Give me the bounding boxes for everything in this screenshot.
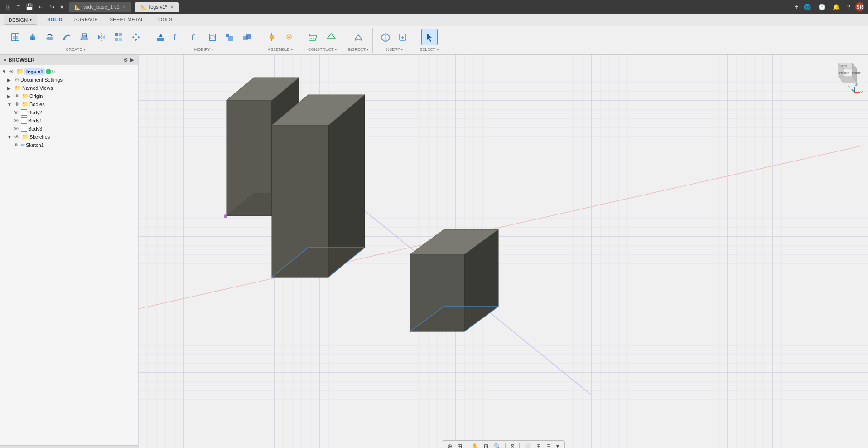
tree-expand-legs[interactable]: ▼ — [2, 69, 8, 74]
tab-sheet-metal[interactable]: SHEET METAL — [104, 15, 149, 24]
tree-item-legs-v1[interactable]: ▼ 👁 📁 legs v1 ▷ — [0, 67, 138, 76]
tree-item-sketches[interactable]: ▼ 👁 📁 Sketches — [0, 133, 138, 141]
pan-btn[interactable]: ✋ — [470, 442, 480, 448]
tree-eye-bodies[interactable]: 👁 — [14, 102, 21, 107]
user-avatar[interactable]: SR — [855, 2, 864, 11]
new-component-icon — [10, 32, 20, 42]
tree-item-named-views[interactable]: ▶ 📁 Named Views — [0, 84, 138, 92]
measure-btn[interactable] — [350, 29, 366, 45]
toolbar-tab-row: DESIGN ▾ SOLID SURFACE SHEET METAL TOOLS — [0, 14, 868, 26]
tree-eye-body3[interactable]: 👁 — [14, 126, 20, 131]
tree-eye-origin[interactable]: 👁 — [14, 93, 21, 99]
insert-svg-btn[interactable] — [395, 29, 411, 45]
display-settings-btn[interactable]: ⬜ — [522, 442, 533, 448]
tree-item-bodies[interactable]: ▼ 👁 📁 Bodies — [0, 100, 138, 108]
undo-icon[interactable]: ↩ — [37, 2, 46, 11]
view-settings-more-btn[interactable]: ▾ — [555, 442, 561, 448]
shell-btn[interactable] — [204, 29, 221, 45]
assemble-label: ASSEMBLE ▾ — [264, 47, 297, 52]
tree-expand-named-views[interactable]: ▶ — [7, 86, 14, 91]
tab-close-2[interactable]: ✕ — [170, 5, 174, 10]
offset-plane-btn[interactable] — [306, 29, 322, 45]
apps-icon[interactable]: ⊞ — [4, 2, 13, 11]
angle-plane-btn[interactable] — [323, 29, 339, 45]
main-layout: « BROWSER ⚙ ▶ ▼ 👁 📁 legs v1 ▷ ▶ ⚙ Docume… — [0, 55, 868, 448]
viewport[interactable]: X Y Z TOP FRONT RIGHT ⊕ ⊞ ✋ — [138, 55, 868, 448]
move-btn[interactable] — [128, 29, 144, 45]
tree-item-body3[interactable]: 👁 Body3 — [0, 125, 138, 133]
orbit-btn[interactable]: ⊕ — [446, 442, 454, 448]
view-settings-btn[interactable]: ⊟ — [545, 442, 553, 448]
tab-legs[interactable]: 📐 legs v1* ✕ — [135, 2, 179, 12]
browser-settings-icon[interactable]: ⚙ — [123, 57, 128, 63]
viewcube-svg[interactable]: X Y Z TOP FRONT RIGHT — [827, 59, 863, 96]
mirror-btn[interactable] — [93, 29, 110, 45]
chamfer-btn[interactable] — [187, 29, 203, 45]
tree-expand-origin[interactable]: ▶ — [7, 94, 14, 99]
extrude-btn[interactable] — [24, 29, 41, 45]
pattern-icon — [114, 32, 124, 42]
design-dropdown[interactable]: DESIGN ▾ — [4, 15, 37, 25]
globe-icon[interactable]: 🌐 — [801, 3, 813, 11]
tree-item-sketch1[interactable]: 👁 ✏ Sketch1 — [0, 141, 138, 149]
pattern-btn[interactable] — [111, 29, 127, 45]
folder-icon-named-views: 📁 — [14, 85, 21, 91]
zoom-window-btn[interactable]: ⊡ — [482, 442, 490, 448]
tree-expand-doc[interactable]: ▶ — [7, 78, 14, 83]
tree-item-body2[interactable]: 👁 Body2 — [0, 108, 138, 117]
viewcube[interactable]: X Y Z TOP FRONT RIGHT — [827, 59, 863, 96]
combine-btn[interactable] — [239, 29, 255, 45]
tab-add-button[interactable]: + — [794, 3, 798, 11]
tree-eye-sketches[interactable]: 👁 — [14, 134, 21, 140]
folder-icon-bodies: 📁 — [22, 101, 29, 107]
tree-expand-sketches[interactable]: ▼ — [7, 135, 14, 140]
select-icon — [424, 32, 434, 42]
fit-btn[interactable]: ⊠ — [508, 442, 516, 448]
tab-icon-2: 📐 — [140, 4, 147, 10]
insert-mesh-btn[interactable] — [377, 29, 394, 45]
tree-eye-legs[interactable]: 👁 — [9, 69, 15, 74]
joint-btn[interactable] — [264, 29, 280, 45]
tab-surface[interactable]: SURFACE — [69, 15, 103, 24]
loft-btn[interactable] — [76, 29, 92, 45]
help-icon[interactable]: ? — [845, 3, 853, 11]
grid-background — [138, 55, 868, 448]
svg-rect-8 — [82, 34, 86, 36]
modify-label: MODIFY ▾ — [153, 47, 255, 52]
modify-tools — [153, 29, 255, 45]
fillet-btn[interactable] — [170, 29, 186, 45]
revolve-btn[interactable] — [42, 29, 58, 45]
tree-item-origin[interactable]: ▶ 👁 📁 Origin — [0, 92, 138, 100]
menu-icon[interactable]: ≡ — [14, 2, 22, 11]
as-built-joint-btn[interactable] — [281, 29, 297, 45]
scale-btn[interactable] — [222, 29, 238, 45]
sidebar-collapse-btn[interactable]: « — [4, 57, 7, 63]
tab-tools[interactable]: TOOLS — [150, 15, 178, 24]
bell-icon[interactable]: 🔔 — [830, 3, 842, 11]
more-icon[interactable]: ▾ — [58, 2, 65, 11]
press-pull-btn[interactable] — [153, 29, 169, 45]
select-btn[interactable] — [421, 29, 438, 45]
browser-expand-btn[interactable]: ▶ — [130, 57, 134, 63]
svg-marker-19 — [135, 33, 137, 35]
play-btn-legs[interactable]: ▷ — [52, 69, 56, 74]
vp-sep-2 — [505, 443, 506, 448]
tab-solid[interactable]: SOLID — [42, 15, 68, 24]
tree-eye-body1[interactable]: 👁 — [14, 118, 20, 123]
redo-icon[interactable]: ↪ — [48, 2, 57, 11]
tab-close-1[interactable]: ✕ — [122, 5, 126, 10]
tree-item-doc-settings[interactable]: ▶ ⚙ Document Settings — [0, 76, 138, 84]
tab-wide-base[interactable]: 📐 wide_base_1 v1 ✕ — [69, 2, 131, 12]
tree-eye-sketch1[interactable]: 👁 — [14, 142, 20, 148]
tree-eye-body2[interactable]: 👁 — [14, 110, 20, 115]
tree-item-body1[interactable]: 👁 Body1 — [0, 117, 138, 125]
new-component-btn[interactable] — [7, 29, 24, 45]
clock-icon[interactable]: 🕐 — [816, 3, 828, 11]
tree-expand-bodies[interactable]: ▼ — [7, 102, 14, 107]
tab-icon-1: 📐 — [74, 4, 81, 10]
grid-settings-btn[interactable]: ⊞ — [535, 442, 543, 448]
save-icon[interactable]: 💾 — [24, 2, 35, 11]
pan-view-btn[interactable]: ⊞ — [456, 442, 464, 448]
sweep-btn[interactable] — [59, 29, 75, 45]
zoom-btn[interactable]: 🔍 — [492, 442, 502, 448]
